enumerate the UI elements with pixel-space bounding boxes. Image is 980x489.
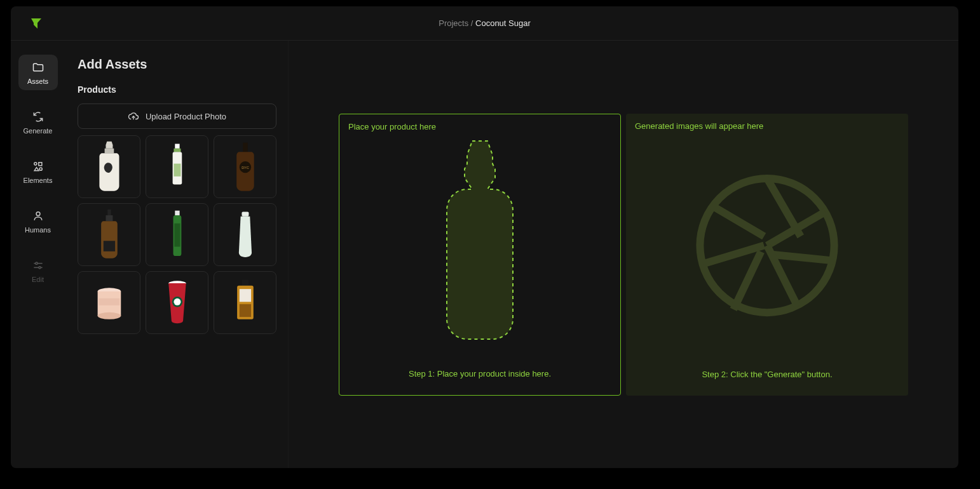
svg-rect-16 [103,241,114,251]
refresh-icon [32,111,44,123]
breadcrumb: Projects / Coconut Sugar [439,18,531,28]
nav-label: Humans [25,226,51,234]
generated-zone-step: Step 2: Click the "Generate" button. [626,370,908,379]
product-thumb-white-tube[interactable] [214,203,276,266]
svg-rect-30 [239,289,250,302]
app-logo[interactable] [29,16,44,31]
sidebar-title: Add Assets [78,57,276,72]
aperture-icon [691,169,843,321]
svg-point-2 [39,168,42,170]
nav-item-elements[interactable]: Elements [18,154,58,189]
breadcrumb-separator: / [468,18,475,28]
person-icon [32,210,44,222]
svg-rect-17 [175,211,179,215]
svg-point-7 [38,267,40,269]
svg-rect-20 [242,212,248,217]
svg-rect-24 [99,298,119,305]
upload-product-button[interactable]: Upload Product Photo [78,104,276,129]
cloud-upload-icon [128,111,139,122]
svg-point-27 [174,298,180,305]
nav-item-assets[interactable]: Assets [18,55,58,90]
svg-rect-9 [174,149,180,152]
svg-point-23 [97,312,121,319]
nav-item-generate[interactable]: Generate [18,104,58,140]
product-thumb-white-dropper[interactable] [78,135,140,198]
top-bar: Projects / Coconut Sugar [11,6,958,41]
svg-rect-28 [242,280,248,286]
sidebar-section-label: Products [78,84,276,95]
product-thumb-green-bottle[interactable] [146,203,208,266]
nav-label: Generate [24,127,53,135]
bottle-outline-icon [423,137,537,347]
product-drop-zone[interactable]: Place your product here Step 1: Place yo… [339,114,621,396]
shapes-icon [32,160,44,173]
product-thumb-starbucks-cup[interactable] [146,271,208,334]
nav-item-humans[interactable]: Humans [18,203,58,239]
nav-label: Elements [24,177,53,184]
nav-rail: Assets Generate Elements Humans Edit [11,41,65,468]
product-thumb-candle[interactable] [78,271,140,334]
nav-label: Assets [27,77,48,85]
nav-item-edit: Edit [18,253,58,288]
breadcrumb-root[interactable]: Projects [439,18,468,28]
sliders-icon [32,259,44,272]
nav-label: Edit [32,276,44,283]
app-window: Projects / Coconut Sugar Assets Generate… [11,6,958,468]
svg-rect-12 [243,143,247,152]
svg-rect-15 [107,210,111,215]
canvas-area: Place your product here Step 1: Place yo… [289,41,958,468]
sidebar: Add Assets Products Upload Product Photo… [65,41,289,468]
svg-text:DYC: DYC [242,166,249,170]
upload-button-label: Upload Product Photo [146,112,226,121]
svg-rect-11 [174,164,180,177]
product-thumb-whisky[interactable]: DYC [214,135,276,198]
app-body: Assets Generate Elements Humans Edit Add… [11,41,958,468]
svg-point-3 [36,212,40,216]
svg-rect-19 [174,224,180,247]
product-zone-label: Place your product here [348,122,436,131]
product-thumb-perfume[interactable] [214,271,276,334]
product-thumb-amber-serum[interactable] [78,203,140,266]
svg-point-0 [34,163,36,165]
svg-rect-31 [239,304,250,317]
breadcrumb-current[interactable]: Coconut Sugar [475,18,531,28]
svg-rect-8 [175,144,179,149]
generated-zone: Generated images will appear here Step 2… [626,114,908,396]
product-zone-step: Step 1: Place your product inside here. [339,369,620,378]
svg-point-5 [35,262,37,264]
product-grid: DYC [78,135,276,334]
svg-rect-1 [38,163,41,166]
generated-zone-label: Generated images will appear here [635,121,763,131]
product-thumb-spray[interactable] [146,135,208,198]
folder-icon [32,61,44,74]
